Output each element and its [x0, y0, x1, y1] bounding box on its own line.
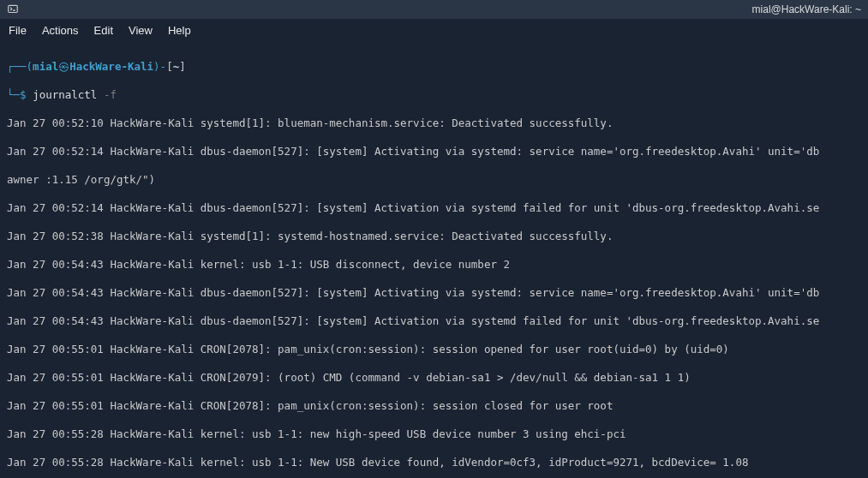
menu-actions[interactable]: Actions [42, 24, 79, 37]
prompt-user: mial [33, 60, 58, 73]
log-line: Jan 27 00:52:38 HackWare-Kali systemd[1]… [7, 230, 861, 244]
prompt-lbracket: [ [166, 60, 173, 73]
log-line: awner :1.15 /org/gtk/") [7, 173, 861, 188]
menu-file[interactable]: File [9, 24, 27, 37]
prompt-close-paren: ) [153, 60, 160, 73]
log-line: Jan 27 00:52:10 HackWare-Kali systemd[1]… [7, 117, 861, 131]
log-line: Jan 27 00:55:28 HackWare-Kali kernel: us… [7, 427, 861, 442]
log-line: Jan 27 00:52:14 HackWare-Kali dbus-daemo… [7, 201, 861, 216]
menu-edit[interactable]: Edit [94, 24, 113, 37]
log-line: Jan 27 00:54:43 HackWare-Kali dbus-daemo… [7, 314, 861, 329]
prompt-corner2-icon: └─ [7, 88, 20, 101]
log-line: Jan 27 00:55:01 HackWare-Kali CRON[2078]… [7, 343, 861, 357]
prompt-line-2: └─$ journalctl -f [7, 88, 861, 103]
app-logo-icon [7, 3, 19, 15]
log-line: Jan 27 00:55:01 HackWare-Kali CRON[2078]… [7, 399, 861, 414]
prompt-host: HackWare-Kali [69, 60, 153, 73]
window-titlebar: mial@HackWare-Kali: ~ [0, 0, 868, 19]
menu-help[interactable]: Help [168, 24, 191, 37]
prompt-line-1: ┌──(mial㉿HackWare-Kali)-[~] [7, 60, 861, 75]
svg-rect-0 [9, 5, 18, 12]
menubar: File Actions Edit View Help [0, 19, 868, 44]
prompt-open-paren: ( [27, 60, 33, 73]
skull-icon: ㉿ [58, 60, 69, 73]
prompt-dash: - [160, 60, 167, 73]
log-line: Jan 27 00:54:43 HackWare-Kali kernel: us… [7, 258, 861, 272]
prompt-dollar: $ [20, 88, 27, 101]
log-line: Jan 27 00:55:01 HackWare-Kali CRON[2079]… [7, 371, 861, 385]
menu-view[interactable]: View [129, 24, 153, 37]
command-text: journalctl [33, 88, 97, 101]
log-line: Jan 27 00:55:28 HackWare-Kali kernel: us… [7, 456, 861, 470]
command-flag: -f [104, 88, 117, 101]
titlebar-left [7, 3, 19, 15]
window-title: mial@HackWare-Kali: ~ [752, 3, 861, 15]
log-line: Jan 27 00:52:14 HackWare-Kali dbus-daemo… [7, 145, 861, 159]
terminal-output[interactable]: ┌──(mial㉿HackWare-Kali)-[~] └─$ journalc… [0, 44, 868, 478]
log-line: Jan 27 00:54:43 HackWare-Kali dbus-daemo… [7, 286, 861, 301]
prompt-rbracket: ] [179, 60, 186, 73]
prompt-corner-icon: ┌── [7, 60, 27, 73]
